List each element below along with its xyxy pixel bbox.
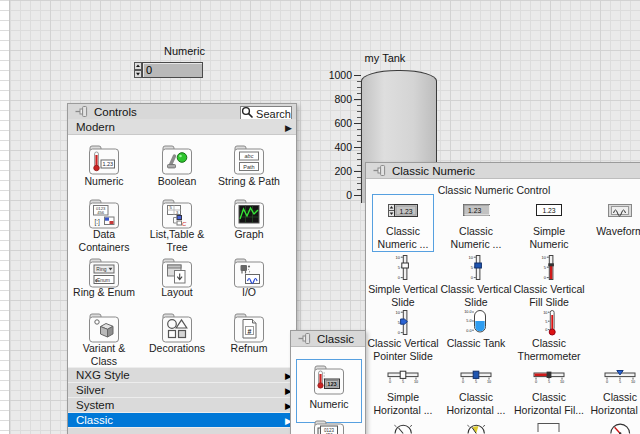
palette-item-classic-vertical-slide[interactable]: 10 5 0 Classic VerticalSlide <box>442 251 510 281</box>
palette-item-simple-vertical-slide[interactable]: 10 5 0 Simple VerticalSlide <box>369 251 437 281</box>
tank-major-tick <box>354 99 361 100</box>
category-classic[interactable]: Classic▶ <box>68 412 296 427</box>
tank-scale-label: 600 <box>322 117 352 129</box>
category-system[interactable]: System▶ <box>68 397 296 412</box>
palette-item-graph[interactable]: Graph <box>215 195 283 230</box>
svg-text:456: 456 <box>97 210 105 215</box>
classic-numeric-palette-header[interactable]: Classic Numeric <box>366 163 640 179</box>
svg-text:5: 5 <box>475 380 477 384</box>
palette-item-simple-numeric[interactable]: 1.23SimpleNumeric <box>515 201 583 216</box>
svg-text:0123: 0123 <box>324 428 335 433</box>
palette-item-classic-numeric-indicator[interactable]: 1.23ClassicNumeric ... <box>442 201 510 216</box>
svg-text:5: 5 <box>398 265 401 270</box>
decorations-icon <box>143 312 211 344</box>
tank-minor-tick <box>357 129 361 130</box>
category-modern[interactable]: Modern ▶ <box>68 119 296 135</box>
graph-icon <box>215 198 283 230</box>
palette-item-classic-horizontal-fill-slide[interactable]: 0 5 10 ClassicHorizontal Fil... <box>515 366 583 384</box>
numeric-icon: 123 <box>295 364 363 396</box>
svg-text:10: 10 <box>396 255 401 260</box>
svg-text:0: 0 <box>462 380 464 384</box>
simple-horizontal-slide-icon: 0 5 10 <box>369 369 437 384</box>
tank-minor-tick <box>357 93 361 94</box>
palette-item-layout[interactable]: Layout <box>143 254 211 289</box>
pin-icon[interactable] <box>298 330 311 348</box>
palette-item-data-containers[interactable]: 0123 456 [:] DataContainers <box>70 195 138 230</box>
item-label: Refnum <box>199 342 297 355</box>
svg-text:123: 123 <box>327 381 337 387</box>
tank-minor-tick <box>357 183 361 184</box>
palette-item-classic-knob-2[interactable] <box>442 419 510 434</box>
item-label: Numeric <box>499 238 599 251</box>
palette-item-classic-vertical-pointer-slide[interactable]: 10 5 0 Classic VerticalPointer Slide <box>369 306 437 336</box>
numeric-increment-decrement[interactable] <box>134 62 142 78</box>
svg-text:10.0: 10.0 <box>464 310 471 314</box>
list-table-tree-icon: 5 3 C <box>143 198 211 230</box>
palette-item-ring-enum[interactable]: Ring Enum Ring & Enum <box>70 254 138 289</box>
palette-item-classic-vertical-fill-slide[interactable]: 10 5 0 Classic VerticalFill Slide <box>515 251 583 281</box>
item-label: Classic <box>499 337 599 350</box>
item-label: String & Path <box>199 175 297 188</box>
category-partial[interactable] <box>68 427 296 434</box>
controls-palette-title: Controls <box>94 106 137 118</box>
svg-text:5: 5 <box>545 320 547 324</box>
palette-item-classic-gauge[interactable] <box>586 419 640 434</box>
palette-item-numeric[interactable]: 1.23Numeric <box>70 141 138 176</box>
chevron-right-icon: ▶ <box>285 120 292 136</box>
svg-text:0.0: 0.0 <box>466 329 471 333</box>
string-path-icon: abc Path <box>215 144 283 176</box>
category-label: Classic <box>76 414 113 426</box>
palette-item-classic-numeric-control[interactable]: 1.23ClassicNumeric ... <box>369 201 437 217</box>
palette-item-classic-knob[interactable] <box>369 419 437 434</box>
palette-item-classic-horizontal-pointer-slide[interactable]: 0 5 10ClassicHorizontal ... <box>586 366 640 384</box>
controls-palette-header[interactable]: Controls Search <box>68 104 296 120</box>
svg-text:0: 0 <box>389 380 391 384</box>
palette-item-classic-horizontal-slide[interactable]: 0 5 10ClassicHorizontal ... <box>442 366 510 384</box>
classic-horizontal-pointer-slide-icon: 0 5 10 <box>586 369 640 384</box>
palette-item-classic-meter[interactable] <box>515 419 583 432</box>
tank-major-tick <box>354 171 361 172</box>
numeric-value-field[interactable]: 0 <box>142 62 203 78</box>
palette-item-simple-horizontal-slide[interactable]: 0 5 10SimpleHorizontal ... <box>369 366 437 384</box>
item-label: Classic <box>570 391 640 404</box>
palette-item-io[interactable]: I/O <box>215 254 283 289</box>
palette-item-array[interactable]: 0123 456 <box>295 416 363 434</box>
io-icon <box>215 257 283 289</box>
palette-item-waveform[interactable]: Waveform <box>586 201 640 217</box>
palette-item-classic-tank[interactable]: 10.0 5.0 0.0 Classic Tank <box>442 306 510 334</box>
palette-item-string-path[interactable]: abc PathString & Path <box>215 141 283 176</box>
category-nxg-style[interactable]: NXG Style▶ <box>68 367 296 382</box>
waveform-icon <box>586 204 640 217</box>
palette-item-boolean[interactable]: Boolean <box>143 141 211 176</box>
svg-text:10: 10 <box>543 311 547 315</box>
item-label: I/O <box>199 286 297 299</box>
category-modern-label: Modern <box>76 121 115 133</box>
pin-icon[interactable] <box>373 162 386 180</box>
category-label: System <box>76 399 114 411</box>
svg-text:5: 5 <box>619 380 621 384</box>
palette-item-list-table-tree[interactable]: 5 3 C List,Table &Tree <box>143 195 211 230</box>
svg-text:Enum: Enum <box>97 277 110 283</box>
palette-item-refnum[interactable]: #Refnum <box>215 309 283 344</box>
variant-class-icon <box>70 312 138 344</box>
svg-text:0: 0 <box>471 275 474 280</box>
palette-item-numeric[interactable]: 123Numeric <box>295 361 363 396</box>
category-silver[interactable]: Silver▶ <box>68 382 296 397</box>
svg-text:1.23: 1.23 <box>102 161 113 167</box>
palette-item-variant-class[interactable]: Variant &Class <box>70 309 138 344</box>
classic-palette-window: Classic 123Numeric 0123 456 <box>290 330 366 434</box>
svg-text:10: 10 <box>469 255 474 260</box>
palette-item-decorations[interactable]: Decorations <box>143 309 211 344</box>
tank-major-tick <box>354 123 361 124</box>
classic-meter-icon <box>515 422 583 432</box>
classic-palette-header[interactable]: Classic <box>291 331 365 347</box>
svg-text:0: 0 <box>535 380 537 384</box>
svg-text:1.23: 1.23 <box>542 207 555 214</box>
classic-knob-icon <box>369 422 437 434</box>
palette-item-classic-thermometer[interactable]: 10 5 0 ClassicThermometer <box>515 306 583 336</box>
classic-vertical-fill-slide-icon: 10 5 0 <box>515 254 583 281</box>
classic-vertical-slide-icon: 10 5 0 <box>442 254 510 281</box>
tank-minor-tick <box>357 135 361 136</box>
numeric-control[interactable]: 0 <box>134 62 203 78</box>
numeric-control-label: Numeric <box>164 45 205 57</box>
